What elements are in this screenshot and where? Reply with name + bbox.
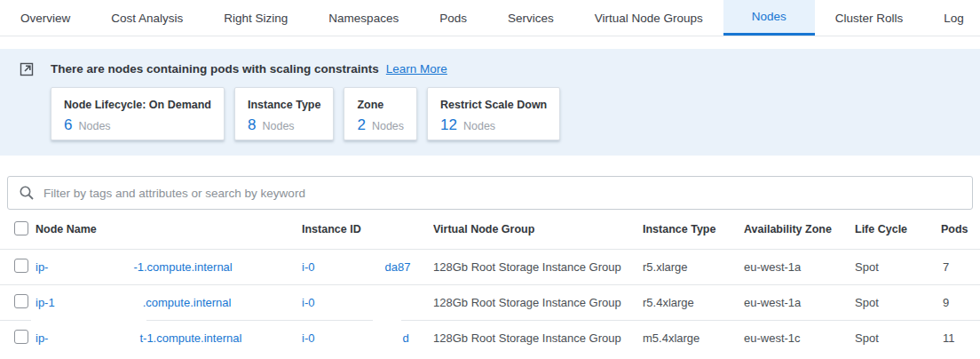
- row-checkbox[interactable]: [14, 259, 28, 273]
- card-count: 2: [357, 116, 365, 134]
- pods-cell: 9: [941, 296, 980, 309]
- card-unit: Nodes: [262, 120, 294, 132]
- node-name-cell: ip-t-1.compute.internal: [36, 331, 302, 345]
- table-row: ip--1.compute.internal i-0da87 128Gb Roo…: [0, 249, 980, 284]
- scaling-constraints-banner: There are nodes containing pods with sca…: [0, 49, 980, 156]
- instance-id-cell: i-0d: [302, 331, 433, 345]
- instance-type-cell: m5.4xlarge: [643, 331, 744, 345]
- card-zone[interactable]: Zone 2 Nodes: [344, 87, 417, 140]
- tab-cost-analysis[interactable]: Cost Analysis: [91, 0, 203, 36]
- virtual-node-group-cell: 128Gb Root Storage Instance Group: [433, 331, 643, 345]
- col-node-name: Node Name: [36, 223, 302, 235]
- table-header: Node Name Instance ID Virtual Node Group…: [0, 210, 980, 249]
- node-name-cell: ip--1.compute.internal: [36, 260, 302, 274]
- table-row: ip-1.compute.internal i-0 128Gb Root Sto…: [0, 284, 980, 320]
- node-name-cell: ip-1.compute.internal: [36, 296, 302, 309]
- instance-id-link[interactable]: i-0: [302, 296, 403, 309]
- instance-id-link[interactable]: i-0d: [302, 331, 409, 345]
- tab-log[interactable]: Log: [923, 0, 980, 36]
- banner-message: There are nodes containing pods with sca…: [51, 62, 379, 76]
- constraint-cards: Node Lifecycle: On Demand 6 Nodes Instan…: [20, 87, 960, 140]
- instance-type-cell: r5.4xlarge: [643, 296, 744, 309]
- node-name-link[interactable]: ip-t-1.compute.internal: [36, 331, 241, 345]
- col-life-cycle: Life Cycle: [855, 223, 941, 235]
- row-checkbox[interactable]: [14, 330, 28, 344]
- redacted-segment: [48, 267, 133, 267]
- card-title: Instance Type: [248, 99, 320, 111]
- node-name-link[interactable]: ip-1.compute.internal: [36, 296, 231, 309]
- col-instance-type: Instance Type: [643, 223, 744, 235]
- instance-type-cell: r5.xlarge: [643, 260, 744, 274]
- tab-nodes[interactable]: Nodes: [723, 0, 815, 36]
- filter-search: [7, 176, 973, 210]
- redacted-segment: [314, 302, 403, 303]
- tab-overview[interactable]: Overview: [0, 0, 91, 36]
- col-instance-id: Instance ID: [302, 223, 433, 235]
- card-count: 12: [440, 116, 457, 134]
- col-availability-zone: Availability Zone: [744, 223, 855, 235]
- availability-zone-cell: eu-west-1a: [744, 296, 855, 309]
- select-all-checkbox[interactable]: [14, 221, 28, 235]
- tab-cluster-rolls[interactable]: Cluster Rolls: [815, 0, 924, 36]
- tab-services[interactable]: Services: [487, 0, 574, 36]
- row-checkbox[interactable]: [14, 294, 28, 308]
- card-count: 6: [64, 116, 72, 134]
- redacted-segment: [314, 338, 402, 339]
- virtual-node-group-cell: 128Gb Root Storage Instance Group: [433, 296, 643, 309]
- card-node-lifecycle[interactable]: Node Lifecycle: On Demand 6 Nodes: [51, 87, 225, 140]
- search-input[interactable]: [43, 187, 961, 200]
- availability-zone-cell: eu-west-1a: [744, 260, 855, 274]
- life-cycle-cell: Spot: [855, 260, 941, 274]
- node-name-link[interactable]: ip--1.compute.internal: [36, 260, 233, 274]
- pods-cell: 11: [941, 331, 980, 345]
- card-unit: Nodes: [78, 120, 110, 132]
- tab-namespaces[interactable]: Namespaces: [308, 0, 419, 36]
- card-title: Zone: [357, 99, 404, 111]
- redacted-segment: [314, 267, 384, 267]
- learn-more-link[interactable]: Learn More: [386, 62, 447, 76]
- card-title: Node Lifecycle: On Demand: [64, 99, 211, 111]
- col-pods: Pods: [941, 223, 980, 235]
- tab-bar: Overview Cost Analysis Right Sizing Name…: [0, 0, 980, 36]
- life-cycle-cell: Spot: [855, 296, 941, 309]
- table-body: ip--1.compute.internal i-0da87 128Gb Roo…: [0, 249, 980, 355]
- tab-virtual-node-groups[interactable]: Virtual Node Groups: [574, 0, 723, 36]
- col-virtual-node-group: Virtual Node Group: [433, 223, 643, 235]
- card-unit: Nodes: [463, 120, 495, 132]
- life-cycle-cell: Spot: [855, 331, 941, 345]
- tab-pods[interactable]: Pods: [419, 0, 487, 36]
- redacted-segment: [48, 338, 139, 339]
- availability-zone-cell: eu-west-1c: [744, 331, 855, 345]
- nodes-table: Node Name Instance ID Virtual Node Group…: [0, 210, 980, 355]
- card-restrict-scale-down[interactable]: Restrict Scale Down 12 Nodes: [427, 87, 560, 140]
- card-count: 8: [248, 116, 256, 134]
- instance-id-cell: i-0: [302, 296, 433, 309]
- search-icon: [19, 185, 35, 201]
- instance-id-link[interactable]: i-0da87: [302, 260, 410, 274]
- card-unit: Nodes: [372, 120, 404, 132]
- redacted-segment: [55, 302, 143, 303]
- instance-id-cell: i-0da87: [302, 260, 433, 274]
- table-row: ip-t-1.compute.internal i-0d 128Gb Root …: [0, 320, 980, 355]
- card-instance-type[interactable]: Instance Type 8 Nodes: [234, 87, 334, 140]
- tab-right-sizing[interactable]: Right Sizing: [203, 0, 308, 36]
- card-title: Restrict Scale Down: [440, 99, 547, 111]
- virtual-node-group-cell: 128Gb Root Storage Instance Group: [433, 260, 643, 274]
- scale-up-icon: [20, 61, 35, 76]
- pods-cell: 7: [941, 260, 980, 274]
